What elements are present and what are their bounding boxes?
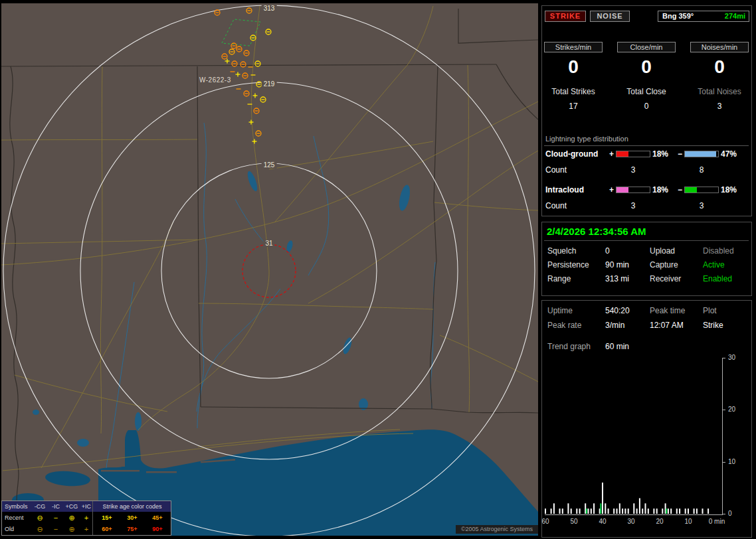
trend-bar — [551, 508, 552, 514]
trend-bar — [602, 483, 603, 514]
trend-bar — [694, 508, 695, 514]
cg-plus-bar-fill — [616, 151, 628, 157]
settings-rule — [544, 240, 749, 241]
trend-bar — [562, 508, 563, 514]
total-noises-label: Total Noises — [690, 87, 749, 96]
age-75: 75+ — [122, 524, 143, 534]
capture-label: Capture — [650, 260, 678, 270]
trend-bar — [579, 508, 581, 514]
trend-bar — [656, 508, 658, 514]
copyright-credit: ©2005 Astrogenic Systems — [456, 525, 538, 534]
trend-x-tick-label: 30 — [622, 518, 640, 525]
age-45: 45+ — [147, 512, 168, 523]
old-neg-ic-icon: − — [49, 524, 62, 535]
trend-bar — [586, 508, 587, 514]
trend-bar — [571, 508, 572, 514]
distribution-rule — [544, 145, 749, 146]
strike-toggle-button[interactable]: STRIKE — [545, 11, 586, 22]
cg-minus-count: 8 — [684, 165, 719, 175]
storm-cell-label: W-2622-3 — [199, 76, 231, 84]
age-60: 60+ — [96, 524, 118, 534]
ic-plus-pct: 18% — [652, 185, 668, 194]
persistence-label: Persistence — [547, 260, 589, 270]
cg-minus-bar — [684, 151, 719, 157]
capture-status: Active — [703, 260, 725, 270]
settings-panel: 2/4/2026 12:34:56 AM Squelch 0 Upload Di… — [541, 222, 752, 296]
trend-bar — [653, 508, 654, 514]
strikes-per-min-header: Strikes/min — [544, 42, 603, 52]
trend-bar — [619, 503, 620, 514]
trend-bar — [676, 508, 678, 514]
trend-bar — [624, 508, 626, 514]
uptime-value: 540:20 — [605, 306, 630, 315]
trend-bar — [605, 503, 606, 514]
trend-bar — [696, 508, 698, 514]
upload-status: Disabled — [703, 246, 734, 256]
ic-plus-count: 3 — [616, 201, 650, 210]
trend-y-tick — [723, 410, 725, 410]
trend-y-tick-label: 0 — [728, 510, 732, 517]
noise-toggle-button[interactable]: NOISE — [590, 11, 630, 22]
total-strikes-label: Total Strikes — [544, 87, 603, 96]
trend-bar — [639, 499, 640, 514]
range-label-313: 313 — [262, 5, 277, 12]
ic-minus-count: 3 — [684, 201, 719, 210]
legend-age-header: Strike age color codes — [94, 501, 171, 512]
distribution-title: Lightning type distribution — [545, 135, 628, 143]
trend-bar — [616, 508, 618, 514]
range-label-31: 31 — [263, 240, 274, 247]
cg-minus-sign: − — [678, 149, 682, 159]
trend-bar — [679, 508, 680, 514]
trend-bar — [688, 508, 689, 514]
peak-time-label: Peak time — [650, 306, 685, 315]
age-15: 15+ — [96, 512, 118, 523]
squelch-value: 0 — [605, 246, 610, 256]
trend-bar — [613, 508, 614, 514]
bearing-display: Bng 359° 274mi — [658, 11, 749, 22]
trend-y-tick — [723, 514, 725, 514]
trend-bar — [588, 508, 589, 514]
trend-bar — [567, 503, 569, 514]
trend-graph: 30201006050403020100 min — [545, 358, 751, 534]
trend-graph-label: Trend graph — [547, 342, 591, 351]
status-trend-panel: Uptime 540:20 Peak time Plot Peak rate 3… — [541, 300, 752, 538]
total-strikes-value: 17 — [544, 102, 603, 111]
close-per-min-header: Close/min — [617, 42, 676, 52]
legend-symbols-header: Symbols — [5, 501, 28, 512]
range-value: 313 mi — [605, 274, 629, 283]
age-90: 90+ — [147, 524, 168, 534]
legend-col-neg-ic: -IC — [48, 501, 63, 512]
noises-per-min-header: Noises/min — [690, 42, 749, 52]
age-30: 30+ — [122, 512, 143, 523]
map-view[interactable]: 313 219 125 31 W-2622-3 Symbols -CG -IC … — [1, 3, 538, 536]
trend-y-tick-label: 10 — [728, 458, 735, 465]
peak-time-value: 12:07 AM — [650, 321, 684, 330]
trend-x-tick-label: 10 — [680, 518, 697, 525]
trend-bar — [553, 503, 555, 514]
trend-bar — [662, 508, 663, 514]
intracloud-label: Intracloud — [545, 185, 584, 194]
trend-bar — [633, 503, 634, 514]
bearing-value: Bng 359° — [662, 11, 694, 21]
plot-label: Plot — [703, 306, 717, 315]
cg-minus-bar-fill — [685, 151, 716, 157]
upload-label: Upload — [650, 246, 675, 256]
trend-bar — [559, 508, 561, 514]
strike-stats-panel: STRIKE NOISE Bng 359° 274mi Strikes/min … — [541, 5, 752, 216]
trend-x-tick-label: 40 — [594, 518, 611, 525]
range-label: Range — [547, 274, 571, 283]
cg-count-label: Count — [545, 165, 567, 175]
old-pos-cg-icon: ⊕ — [65, 524, 78, 535]
trend-x-tick-label: 0 min — [708, 518, 725, 525]
cg-plus-count: 3 — [616, 165, 650, 175]
peak-rate-value: 3/min — [605, 321, 624, 330]
date-time-display: 2/4/2026 12:34:56 AM — [547, 226, 646, 237]
trend-x-tick-label: 50 — [565, 518, 583, 525]
ic-plus-bar — [616, 187, 650, 193]
cg-minus-pct: 47% — [721, 149, 737, 159]
old-pos-ic-icon: + — [80, 524, 93, 535]
old-neg-cg-icon: ⊖ — [33, 524, 47, 535]
recent-pos-cg-icon: ⊕ — [65, 512, 78, 524]
legend-col-pos-ic: +IC — [79, 501, 94, 512]
trend-window-value: 60 min — [605, 342, 629, 351]
